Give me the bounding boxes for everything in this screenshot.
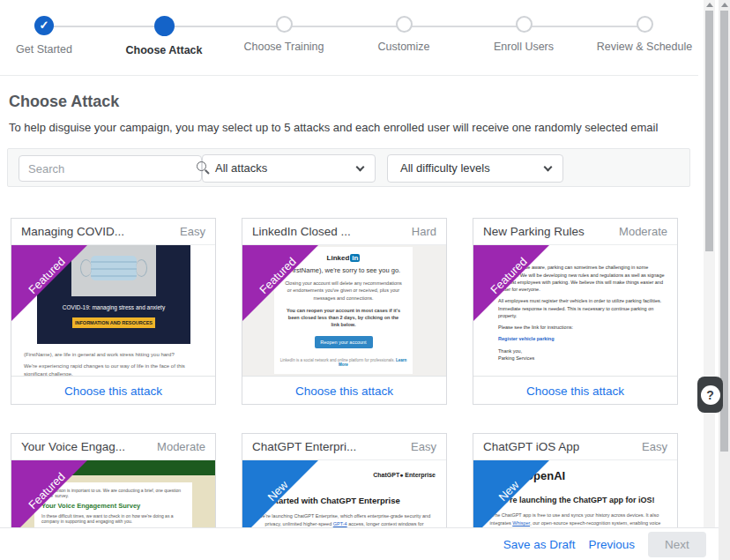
attack-type-selected-value: All attacks (215, 161, 267, 175)
difficulty-select[interactable]: All difficulty levels (387, 154, 563, 183)
face-mask-image (71, 245, 156, 296)
wizard-footer: Save as Draft Previous Next (0, 527, 719, 560)
attack-type-select[interactable]: All attacks (202, 154, 376, 183)
email-body-line: Please see the link for instructions: (498, 324, 667, 331)
inner-scrollbar[interactable] (704, 0, 715, 527)
choose-this-attack-link[interactable]: Choose this attack (64, 385, 162, 398)
email-preview: COVID-19: managing stress and anxiety IN… (11, 245, 215, 376)
search-input[interactable] (19, 155, 202, 182)
email-body: (FirstName), are life in general and wor… (24, 351, 203, 376)
choose-attack-footer[interactable]: Choose this attack (242, 376, 446, 404)
email-cta-button: INFORMATION AND RESOURCES (72, 317, 155, 328)
step-customize[interactable]: Customize (346, 16, 461, 53)
previous-link[interactable]: Previous (588, 538, 635, 551)
email-body-line: All employees must register their vehicl… (498, 297, 667, 319)
email-body-text: , our open-source speech-recognition sys… (530, 520, 660, 527)
email-hero-panel: COVID-19: managing stress and anxiety IN… (37, 245, 190, 344)
linkedin-in-badge: in (350, 254, 360, 262)
attack-title: LinkedIn Closed ... (252, 219, 351, 244)
difficulty-badge: Hard (412, 219, 436, 244)
choose-attack-footer[interactable]: Choose this attack (11, 376, 215, 404)
next-button[interactable]: Next (648, 532, 706, 557)
attack-title: ChatGPT Enterpri... (252, 434, 356, 459)
save-as-draft-link[interactable]: Save as Draft (503, 538, 576, 551)
step-label: Choose Attack (125, 44, 202, 56)
outer-scrollbar[interactable] (719, 0, 730, 560)
attack-cards-row-2: Your Voice Engag... Moderate Your opinio… (0, 433, 696, 527)
openai-logo: OpenAI (525, 469, 565, 482)
step-review-schedule[interactable]: Review & Schedule (587, 16, 702, 53)
attack-card-linkedin-closed: LinkedIn Closed ... Hard Linkedin (First… (242, 218, 447, 405)
page-title: Choose Attack (9, 93, 119, 111)
email-brand-row: OpenAI ChatGPT● Enterprise (242, 460, 446, 482)
chevron-down-icon (544, 163, 553, 172)
filter-bar: All attacks All difficulty levels (7, 148, 690, 187)
openai-logo: OpenAI (253, 469, 294, 482)
attack-card-chatgpt-enterprise: ChatGPT Enterpri... Easy OpenAI ChatGPT●… (242, 433, 447, 527)
email-preview: Your opinion is important to us. We are … (11, 460, 215, 527)
email-body-line: In these difficult times, we want to che… (41, 513, 185, 524)
email-body-line: Closing your account will delete any rec… (285, 280, 402, 302)
active-step-icon (154, 16, 175, 36)
wizard-stepper: Get Started Choose Attack Choose Trainin… (0, 0, 698, 76)
gpt4-link: GPT-4 (333, 521, 347, 526)
checkmark-icon (34, 16, 54, 35)
choose-attack-footer[interactable]: Choose this attack (473, 376, 677, 404)
register-parking-link: Register vehicle parking (498, 336, 555, 341)
difficulty-selected-value: All difficulty levels (400, 161, 490, 175)
email-signature: Parking Services (498, 355, 667, 362)
step-label: Customize (377, 41, 429, 53)
email-body-line: You can reopen your account in most case… (285, 307, 402, 329)
help-button[interactable]: ? (697, 377, 723, 413)
step-label: Choose Training (243, 41, 324, 53)
footnote-text: LinkedIn is a social network and online … (280, 358, 395, 362)
chevron-down-icon (356, 163, 365, 172)
page-description: To help disguise your campaign, you may … (9, 121, 658, 134)
email-sheet: Your opinion is important to us. We are … (34, 482, 192, 527)
scroll-up-arrow-icon[interactable] (721, 3, 728, 7)
card-header: ChatGPT iOS App Easy (473, 434, 677, 460)
email-caption: COVID-19: managing stress and anxiety (37, 304, 190, 310)
search-icon (197, 161, 206, 171)
step-choose-attack[interactable]: Choose Attack (107, 16, 221, 56)
step-get-started[interactable]: Get Started (0, 16, 101, 56)
mask-graphic (91, 256, 137, 280)
email-body: The ChatGPT app is free to use and syncs… (486, 511, 665, 527)
email-body: We're launching ChatGPT Enterprise, whic… (255, 512, 434, 527)
scroll-up-arrow-icon[interactable] (706, 3, 713, 7)
email-intro-line: Your opinion is important to us. We are … (41, 488, 185, 498)
email-closing: Thank you, (498, 347, 667, 355)
step-choose-training[interactable]: Choose Training (227, 16, 341, 53)
attack-cards-row-1: Managing COVID... Easy COVID-19: managin… (0, 218, 696, 405)
question-mark-icon: ? (701, 385, 720, 405)
step-enroll-users[interactable]: Enroll Users (466, 16, 581, 53)
email-heading: Your Voice Engagement Survey (41, 502, 185, 510)
attack-title: New Parking Rules (483, 219, 585, 244)
step-label: Get Started (16, 43, 72, 56)
email-sheet: Linkedin (FirstName), we're sorry to see… (274, 247, 413, 374)
inner-scrollbar-thumb[interactable] (705, 11, 713, 251)
attack-card-chatgpt-ios: ChatGPT iOS App Easy OpenAI We're launch… (473, 433, 678, 527)
card-header: ChatGPT Enterpri... Easy (242, 434, 446, 460)
linkedin-logo: Linkedin (279, 254, 407, 262)
attack-title: Your Voice Engag... (21, 434, 125, 459)
difficulty-badge: Moderate (619, 219, 667, 244)
attack-title: ChatGPT iOS App (483, 434, 579, 459)
difficulty-badge: Moderate (157, 434, 205, 459)
email-footnote: LinkedIn is a social network and online … (279, 358, 407, 367)
difficulty-badge: Easy (180, 219, 205, 244)
card-header: Managing COVID... Easy (11, 219, 215, 245)
choose-this-attack-link[interactable]: Choose this attack (295, 385, 393, 398)
card-header: New Parking Rules Moderate (473, 219, 677, 245)
email-cta-button: Reopen your account (315, 336, 373, 348)
email-preview: Linkedin (FirstName), we're sorry to see… (242, 245, 446, 376)
attack-title: Managing COVID... (21, 219, 124, 244)
whisper-link: Whisper (512, 520, 530, 526)
chatgpt-enterprise-logo: ChatGPT● Enterprise (373, 472, 436, 478)
step-label: Review & Schedule (597, 41, 692, 53)
choose-this-attack-link[interactable]: Choose this attack (526, 385, 624, 398)
card-header: Your Voice Engag... Moderate (11, 434, 215, 460)
attack-card-managing-covid: Managing COVID... Easy COVID-19: managin… (11, 218, 216, 405)
email-heading: We're launching the ChatGPT app for iOS! (482, 496, 668, 504)
email-preview: OpenAI We're launching the ChatGPT app f… (473, 460, 677, 527)
